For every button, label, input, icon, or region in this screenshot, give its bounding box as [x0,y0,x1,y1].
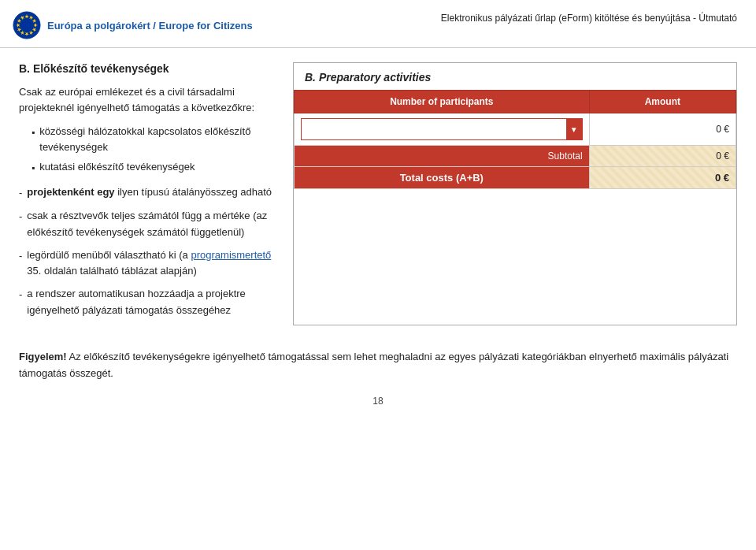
left-column: B. Előkészítő tevékenységek Csak az euró… [19,62,279,325]
subtotal-amount: 0 € [589,146,736,167]
total-label: Total costs (A+B) [295,167,590,189]
subtotal-label: Subtotal [295,146,590,167]
section-title: B. Előkészítő tevékenységek [19,62,279,75]
intro-text: Csak az európai emlékezet és a civil tár… [19,84,279,116]
dash-item-4: - a rendszer automatikusan hozzáadja a p… [19,286,279,319]
dropdown-arrow-icon[interactable]: ▼ [566,119,582,139]
form-table: Number of participants Amount ▼ 0 € Subt… [294,90,736,189]
dash-item-3: - legördülő menüből választható ki (a pr… [19,247,279,281]
list-item-text: közösségi hálózatokkal kapcsolatos előké… [39,124,279,155]
dash-item-1: - projektenként egy ilyen típusú átalány… [19,184,279,202]
header-subtitle: Elektronikus pályázati űrlap (eForm) kit… [441,11,737,25]
subtotal-row: Subtotal 0 € [295,146,736,167]
bottom-note: Figyelem! Az előkészítő tevékenységekre … [0,333,756,390]
total-amount: 0 € [589,167,736,189]
dash-symbol: - [19,248,22,265]
eu-logo-icon [13,11,41,39]
header: Európa a polgárokért / Europe for Citize… [0,0,756,48]
amount-cell: 0 € [589,113,736,146]
list-item: kutatási előkészítő tevékenységek [32,159,279,176]
dash-list: - projektenként egy ilyen típusú átalány… [19,184,279,319]
dash-symbol: - [19,287,22,303]
form-panel: B. Preparatory activities Number of part… [293,62,737,325]
participants-cell: ▼ [295,113,590,146]
list-item: közösségi hálózatokkal kapcsolatos előké… [32,124,279,155]
main-content: B. Előkészítő tevékenységek Csak az euró… [0,48,756,333]
col-header-participants: Number of participants [295,91,590,113]
table-header-row: Number of participants Amount [295,91,736,113]
bullet-list: közösségi hálózatokkal kapcsolatos előké… [32,124,279,175]
total-row: Total costs (A+B) 0 € [295,167,736,189]
bold-text: projektenként egy [27,186,114,198]
page-number: 18 [0,389,756,413]
form-title: B. Preparatory activities [294,63,736,90]
participants-input[interactable] [302,119,566,139]
dash-item-text: projektenként egy ilyen típusú átalányös… [27,184,279,201]
dash-item-text: legördülő menüből választható ki (a prog… [27,247,279,281]
table-row: ▼ 0 € [295,113,736,146]
header-title: Európa a polgárokért / Europe for Citize… [47,20,253,32]
bottom-note-text: Az előkészítő tevékenységekre igényelhet… [19,351,728,379]
dash-symbol: - [19,185,22,202]
header-left: Európa a polgárokért / Europe for Citize… [13,11,253,39]
col-header-amount: Amount [589,91,736,113]
dash-item-text: csak a résztvevők teljes számától függ a… [27,208,279,241]
list-item-text: kutatási előkészítő tevékenységek [39,159,195,175]
participants-input-wrapper[interactable]: ▼ [301,118,583,140]
dash-item-text: a rendszer automatikusan hozzáadja a pro… [27,286,279,319]
dash-symbol: - [19,209,22,225]
dash-item-2: - csak a résztvevők teljes számától függ… [19,208,279,241]
bottom-note-bold: Figyelem! [19,351,67,362]
program-link[interactable]: programismertető [191,249,271,261]
